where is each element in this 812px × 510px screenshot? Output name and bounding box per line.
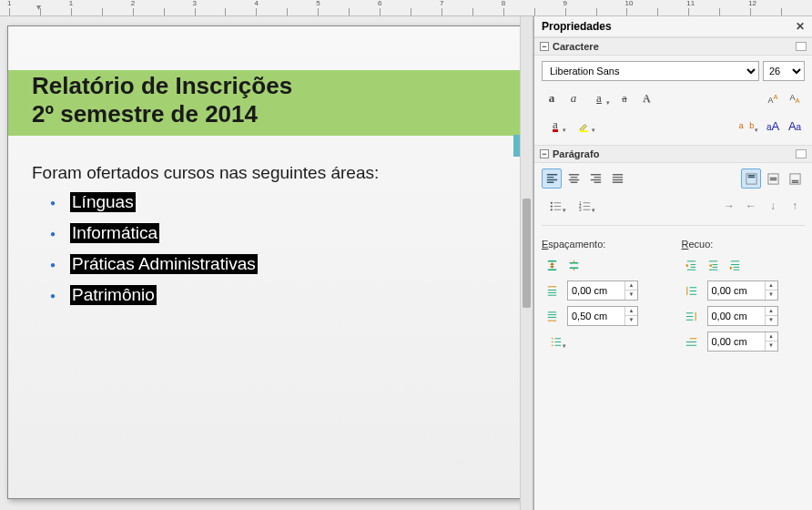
increase-font-icon[interactable]: aA — [763, 116, 783, 136]
list-item: Práticas Administrativas — [50, 254, 499, 274]
space-above-input[interactable]: ▲▼ — [567, 280, 638, 301]
font-color-icon[interactable]: a — [542, 116, 569, 136]
spin-down-icon[interactable]: ▼ — [766, 342, 777, 351]
align-center-icon[interactable] — [563, 168, 584, 189]
svg-rect-2 — [767, 173, 777, 183]
strikethrough-icon[interactable]: a — [614, 88, 634, 108]
properties-sidebar: Propriedades ✕ − Caractere Liberation Sa… — [533, 16, 812, 510]
align-justify-icon[interactable] — [607, 168, 627, 189]
collapse-icon[interactable]: − — [540, 149, 549, 158]
hanging-indent-icon[interactable] — [726, 255, 746, 275]
indent-before-input[interactable]: ▲▼ — [707, 280, 778, 301]
shadow-icon[interactable]: A — [636, 88, 656, 108]
ltr-icon[interactable]: → — [719, 196, 739, 216]
sidebar-title: Propriedades — [542, 20, 612, 33]
valign-bottom-icon[interactable] — [785, 168, 805, 189]
indent-before-icon — [682, 280, 702, 301]
slide-title[interactable]: Relatório de Inscrições 2º semestre de 2… — [32, 72, 292, 128]
spin-up-icon[interactable]: ▲ — [625, 307, 637, 316]
vertical-scrollbar[interactable] — [520, 16, 533, 510]
text-top-bottom-icon[interactable]: ↓ — [763, 196, 783, 216]
more-options-icon[interactable] — [796, 42, 807, 51]
slide-canvas[interactable]: Relatório de Inscrições 2º semestre de 2… — [7, 26, 527, 499]
more-options-icon[interactable] — [796, 149, 807, 158]
close-icon[interactable]: ✕ — [796, 20, 805, 33]
text-bottom-top-icon[interactable]: ↑ — [785, 196, 805, 216]
indent-after-input[interactable]: ▲▼ — [707, 306, 778, 326]
spin-down-icon[interactable]: ▼ — [766, 316, 777, 325]
char-spacing-icon[interactable]: a b — [734, 116, 761, 136]
font-name-select[interactable]: Liberation Sans — [542, 61, 759, 81]
decrease-para-spacing-icon[interactable] — [563, 255, 584, 275]
align-left-icon[interactable] — [542, 168, 562, 189]
collapse-icon[interactable]: − — [540, 42, 549, 51]
svg-point-4 — [550, 201, 552, 203]
underline-icon[interactable]: a — [585, 88, 613, 108]
slide-body[interactable]: Foram ofertados cursos nas seguintes áre… — [32, 163, 499, 316]
svg-rect-0 — [579, 130, 587, 132]
spin-up-icon[interactable]: ▲ — [766, 307, 777, 316]
bold-icon[interactable]: a — [542, 88, 562, 108]
line-spacing-icon[interactable] — [542, 332, 569, 352]
superscript-icon[interactable]: AA — [763, 88, 783, 108]
svg-text:3: 3 — [578, 208, 581, 212]
svg-point-5 — [550, 205, 552, 207]
espacamento-label: Espaçamento: — [542, 239, 665, 250]
slide-edit-area[interactable]: Relatório de Inscrições 2º semestre de 2… — [0, 16, 533, 510]
scrollbar-thumb[interactable] — [523, 199, 531, 308]
spin-down-icon[interactable]: ▼ — [625, 291, 637, 300]
list-item: Informática — [50, 223, 499, 243]
slide-intro-text: Foram ofertados cursos nas seguintes áre… — [32, 163, 499, 183]
rtl-icon[interactable]: ← — [741, 196, 761, 216]
list-item: Línguas — [50, 192, 499, 212]
spin-down-icon[interactable]: ▼ — [625, 316, 637, 325]
indent-after-icon — [682, 306, 702, 326]
decrease-indent-icon[interactable] — [704, 255, 724, 275]
svg-point-6 — [550, 209, 552, 210]
recuo-label: Recuo: — [682, 239, 806, 250]
section-label-paragrafo: Parágrafo — [553, 148, 599, 159]
indent-first-line-icon — [682, 332, 702, 352]
subscript-icon[interactable]: AA — [785, 88, 805, 108]
highlight-color-icon[interactable] — [571, 116, 598, 136]
increase-indent-icon[interactable] — [682, 255, 702, 275]
indent-first-line-input[interactable]: ▲▼ — [707, 332, 778, 352]
horizontal-ruler: ▾ — [0, 0, 812, 16]
increase-para-spacing-icon[interactable] — [542, 255, 562, 275]
section-header-caractere[interactable]: − Caractere — [534, 37, 812, 56]
italic-icon[interactable]: a — [563, 88, 584, 108]
section-header-paragrafo[interactable]: − Parágrafo — [534, 145, 812, 163]
valign-top-icon[interactable] — [741, 168, 761, 189]
align-right-icon[interactable] — [585, 168, 605, 189]
space-below-icon — [542, 306, 562, 326]
list-item: Patrimônio — [50, 285, 499, 305]
valign-middle-icon[interactable] — [763, 168, 783, 189]
section-label-caractere: Caractere — [553, 41, 599, 52]
space-below-input[interactable]: ▲▼ — [567, 306, 638, 326]
slide-title-line1: Relatório de Inscrições — [32, 72, 292, 100]
font-size-select[interactable]: 26 — [763, 61, 805, 81]
spin-down-icon[interactable]: ▼ — [766, 291, 777, 300]
spin-up-icon[interactable]: ▲ — [625, 281, 637, 291]
slide-title-line2: 2º semestre de 2014 — [32, 100, 292, 128]
numbering-icon[interactable]: 123 — [571, 196, 598, 216]
space-above-icon — [542, 280, 562, 301]
bullets-icon[interactable] — [542, 196, 569, 216]
decrease-font-icon[interactable]: Aa — [785, 116, 805, 136]
spin-up-icon[interactable]: ▲ — [766, 281, 777, 291]
spin-up-icon[interactable]: ▲ — [766, 332, 777, 342]
